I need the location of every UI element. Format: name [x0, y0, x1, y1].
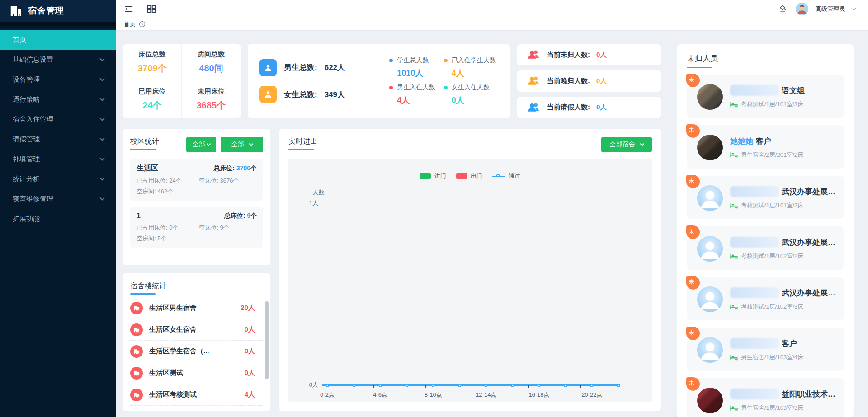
legend-item-enter[interactable]: 进门	[420, 172, 446, 180]
campus-total-value: 3700	[236, 164, 250, 172]
not-returned-badge: 未	[686, 124, 700, 138]
status-label: 当前请假人数:	[547, 103, 590, 112]
campus-total-label: 总床位:	[213, 164, 235, 172]
returnee-location: 男生宿舍/1层/103室/4床	[741, 353, 803, 361]
censored-name-patch	[730, 237, 779, 248]
returnee-location: 男生宿舍/1层/103室/3床	[741, 404, 803, 412]
returnee-location: 男生宿舍/2层/201室/2床	[741, 151, 803, 159]
divider	[369, 54, 369, 108]
status-label: 当前未归人数:	[547, 51, 590, 59]
campus-occupied: 已占用床位: 24个	[137, 177, 199, 185]
gender-total-row: 男生总数: 622人	[259, 59, 364, 76]
dot-icon	[444, 86, 448, 89]
chevron-down-icon	[99, 116, 104, 121]
chevron-down-icon	[206, 141, 211, 146]
x-axis-tick	[528, 385, 529, 388]
status-value: 0人	[596, 51, 607, 59]
sidebar-item[interactable]: 请假管理	[0, 129, 116, 149]
chevron-down-icon[interactable]	[852, 6, 856, 10]
legend-item-pass[interactable]: 通过	[492, 172, 520, 180]
returnee-group: 客户	[782, 338, 797, 349]
realtime-chart: 进门 出门 通过	[288, 159, 652, 402]
campus-name: 1	[137, 212, 141, 220]
username[interactable]: 高级管理员	[816, 5, 845, 13]
legend-item-exit[interactable]: 出门	[456, 172, 482, 180]
chart-point	[432, 384, 435, 387]
x-axis-tick	[580, 385, 581, 388]
building-name: 生活区测试	[149, 369, 238, 377]
building-icon	[130, 345, 143, 358]
campus-empty-beds: 空床位: 9个	[199, 224, 229, 232]
legend-swatch	[420, 173, 431, 179]
theme-skin-icon[interactable]	[778, 4, 788, 14]
x-tick-label: 8-10点	[425, 391, 442, 399]
apps-grid-icon[interactable]	[146, 4, 156, 14]
chart-point	[564, 384, 567, 387]
chart-point	[405, 384, 408, 387]
dot-icon	[389, 86, 393, 89]
sidebar-item-label: 扩展功能	[13, 215, 105, 223]
returnee-location: 考核测试/1层/102室/3床	[741, 303, 803, 311]
sidebar-item[interactable]: 寝室维修管理	[0, 189, 116, 209]
person-silhouette-icon	[697, 185, 723, 211]
campus-filter-label: 全部	[193, 141, 205, 149]
sidebar-item[interactable]: 扩展功能	[0, 209, 116, 229]
bed-stat-value: 480间	[199, 62, 223, 75]
x-axis-tick	[632, 385, 632, 388]
legend-label: 通过	[509, 172, 520, 180]
avatar	[697, 84, 723, 110]
chart-point	[538, 384, 541, 387]
dorm-filter-label: 全部宿舍	[610, 141, 635, 149]
campus-total-beds: 总床位: 9个	[224, 212, 257, 220]
occupancy-label: 女生入住人数	[452, 84, 490, 92]
sidebar-item[interactable]: 基础信息设置	[0, 50, 116, 70]
sidebar-item[interactable]: 设备管理	[0, 70, 116, 89]
campus-filter-dropdown[interactable]: 全部	[186, 137, 216, 152]
x-tick-label: 4-6点	[373, 391, 387, 399]
returnee-group: 武汉办事处展厅测试平台	[782, 288, 836, 298]
building-filter-dropdown[interactable]: 全部	[221, 137, 263, 152]
dot-icon	[444, 59, 448, 62]
sidebar-item[interactable]: 宿舍入住管理	[0, 109, 116, 129]
y-axis-label: 人数	[313, 188, 325, 197]
bed-stat-cell: 已用床位 24个	[123, 81, 182, 118]
censored-name-patch	[730, 389, 779, 399]
x-tick-label: 16-18点	[528, 391, 549, 399]
dorm-filter-dropdown[interactable]: 全部宿舍	[601, 137, 652, 152]
scrollbar-thumb[interactable]	[265, 301, 269, 379]
chevron-down-icon	[99, 175, 104, 180]
building-stats-title: 宿舍楼统计	[130, 281, 166, 295]
bed-icon	[730, 355, 738, 361]
user-avatar[interactable]	[796, 3, 808, 15]
help-circle-icon[interactable]: ?	[139, 21, 146, 28]
building-row: 生活区女生宿舍 0人	[130, 319, 263, 341]
occupancy-stat: 男生入住人数 4人	[389, 84, 443, 107]
chevron-down-icon	[99, 96, 104, 101]
bed-stat-cell: 房间总数 480间	[182, 44, 241, 81]
campus-total-unit: 个	[250, 212, 257, 219]
x-tick-label: 12-14点	[476, 391, 496, 399]
returnee-card: 未 她她她 客户 男生宿舍/2层/201室/2床	[687, 125, 844, 169]
bed-icon	[730, 203, 738, 209]
chevron-down-icon	[249, 141, 253, 146]
bed-icon	[730, 304, 738, 310]
sidebar-item[interactable]: 首页	[0, 30, 116, 50]
occupancy-value: 0人	[444, 95, 498, 106]
building-name: 生活区男生宿舍	[149, 304, 234, 312]
sidebar-item[interactable]: 补填管理	[0, 149, 116, 169]
occupancy-value: 4人	[444, 68, 498, 79]
sidebar-item[interactable]: 通行策略	[0, 89, 116, 109]
collapse-sidebar-icon[interactable]	[124, 4, 134, 14]
occupancy-stat: 学生总人数 1010人	[389, 56, 443, 79]
gender-total-row: 女生总数: 349人	[259, 86, 364, 103]
not-returned-badge: 未	[686, 276, 700, 290]
bed-icon	[730, 152, 738, 158]
person-icon	[259, 86, 277, 103]
returnee-name-link[interactable]: 她她她	[730, 136, 753, 146]
building-name: 生活区考核测试	[149, 390, 238, 399]
censored-name-patch	[730, 85, 779, 96]
blurred-photo	[697, 388, 723, 413]
bed-stat-label: 床位总数	[139, 50, 166, 59]
app-logo-row: 宿舍管理	[0, 0, 116, 22]
sidebar-item[interactable]: 统计分析	[0, 169, 116, 189]
